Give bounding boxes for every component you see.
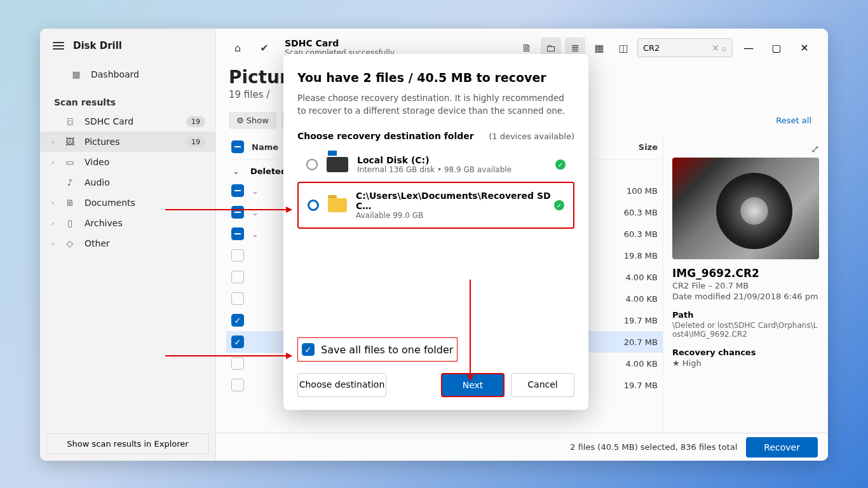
count-badge: 19 — [186, 116, 205, 127]
destination-sub: Internal 136 GB disk • 98.9 GB available — [357, 165, 512, 174]
reset-all-link[interactable]: Reset all — [776, 116, 815, 125]
path-label: Path — [672, 310, 819, 320]
sidebar-item-audio[interactable]: ♪ Audio — [40, 172, 215, 193]
selection-status: 2 files (40.5 MB) selected, 836 files to… — [570, 442, 737, 452]
video-icon: ▭ — [64, 157, 76, 167]
header-title: SDHC Card — [285, 38, 395, 48]
row-checkbox[interactable] — [231, 292, 244, 305]
sidebar-item-label: SDHC Card — [85, 116, 133, 126]
count-badge: 19 — [186, 137, 205, 147]
checkmark-icon: ✓ — [554, 200, 564, 210]
chevron-right-icon: › — [51, 138, 54, 146]
search-icon: ⌕ — [722, 43, 727, 53]
modal-description: Please choose recovery destination. It i… — [297, 92, 574, 117]
recover-button[interactable]: Recover — [746, 437, 818, 458]
row-checkbox[interactable] — [231, 249, 244, 262]
home-icon[interactable]: ⌂ — [227, 37, 248, 58]
cancel-button[interactable]: Cancel — [511, 373, 574, 397]
destination-title: Local Disk (C:) — [357, 155, 512, 165]
preview-filename: IMG_9692.CR2 — [672, 267, 819, 280]
audio-icon: ♪ — [64, 177, 76, 187]
sidebar-item-label: Pictures — [85, 137, 119, 147]
chevron-right-icon: › — [51, 240, 54, 248]
sd-card-icon: ⌼ — [64, 116, 76, 126]
select-all-checkbox[interactable] — [231, 140, 244, 153]
minimize-button[interactable]: — — [736, 37, 761, 58]
save-all-option[interactable]: ✓ Save all files to one folder — [297, 337, 458, 362]
hamburger-icon[interactable] — [53, 42, 64, 50]
sidebar-item-video[interactable]: › ▭ Video — [40, 152, 215, 172]
checkmark-icon: ✓ — [555, 159, 566, 170]
search-input[interactable]: × ⌕ — [637, 38, 733, 57]
grid-view-icon[interactable]: ▦ — [589, 37, 609, 58]
star-icon: ★ — [672, 358, 680, 368]
chevron-right-icon: › — [51, 219, 54, 227]
destination-label: Choose recovery destination folder — [297, 131, 474, 141]
sidebar-item-dashboard[interactable]: ▦ Dashboard — [45, 64, 210, 85]
section-label: Scan results — [40, 91, 215, 111]
radio-button[interactable] — [308, 200, 319, 211]
sidebar-item-documents[interactable]: › 🗎 Documents — [40, 193, 215, 213]
preview-image — [672, 158, 819, 259]
sidebar-item-label: Audio — [85, 177, 110, 187]
row-checkbox[interactable] — [231, 206, 244, 219]
search-field[interactable] — [643, 43, 709, 53]
maximize-button[interactable]: ▢ — [764, 37, 789, 58]
sidebar-item-label: Archives — [85, 218, 123, 228]
row-checkbox[interactable] — [231, 184, 244, 197]
check-icon[interactable]: ✔ — [254, 37, 275, 58]
close-button[interactable]: ✕ — [792, 37, 817, 58]
destination-recovered-folder[interactable]: C:\Users\Lex\Documents\Recovered SD C… A… — [297, 182, 574, 229]
row-checkbox[interactable] — [231, 357, 244, 370]
row-checkbox[interactable]: ✓ — [231, 314, 244, 327]
sidebar-item-label: Dashboard — [91, 69, 139, 79]
recovery-chances: High — [682, 358, 702, 368]
folder-icon — [328, 198, 347, 212]
show-filter-button[interactable]: ⚙ Show — [229, 112, 276, 129]
preview-path: \Deleted or lost\SDHC Card\Orphans\Lost4… — [672, 321, 819, 339]
popout-icon[interactable]: ⤢ — [811, 143, 819, 155]
document-icon: 🗎 — [64, 198, 76, 208]
chevron-right-icon: › — [51, 158, 54, 166]
dashboard-icon: ▦ — [71, 69, 82, 79]
row-checkbox[interactable] — [231, 227, 244, 240]
sidebar-item-archives[interactable]: › ▯ Archives — [40, 213, 215, 233]
app-window: Disk Drill ▦ Dashboard Scan results ⌼ SD… — [40, 29, 828, 461]
column-size[interactable]: Size — [607, 142, 658, 152]
panel-icon[interactable]: ◫ — [613, 37, 634, 58]
bottom-bar: 2 files (40.5 MB) selected, 836 files to… — [216, 433, 828, 461]
chances-label: Recovery chances — [672, 348, 819, 357]
disk-icon — [327, 157, 348, 172]
sidebar-item-other[interactable]: › ◇ Other — [40, 233, 215, 254]
next-button[interactable]: Next — [441, 373, 505, 397]
row-checkbox[interactable]: ✓ — [231, 336, 244, 348]
other-icon: ◇ — [64, 238, 76, 248]
preview-modified: Date modified 21/09/2018 6:46 pm — [672, 292, 819, 301]
chevron-right-icon: › — [51, 199, 54, 207]
preview-filetype: CR2 File – 20.7 MB — [672, 281, 819, 290]
archive-icon: ▯ — [64, 218, 76, 228]
devices-available: (1 devices available) — [489, 132, 574, 141]
sidebar-item-label: Video — [85, 157, 109, 167]
row-checkbox[interactable] — [231, 271, 244, 283]
save-all-label: Save all files to one folder — [321, 344, 453, 356]
recovery-destination-modal: You have 2 files / 40.5 MB to recover Pl… — [283, 54, 588, 410]
destination-local-disk[interactable]: Local Disk (C:) Internal 136 GB disk • 9… — [297, 147, 574, 182]
row-checkbox[interactable] — [231, 379, 244, 391]
clear-icon[interactable]: × — [712, 43, 719, 53]
sidebar-item-label: Documents — [85, 198, 135, 208]
sidebar-item-pictures[interactable]: › 🖼 Pictures 19 — [40, 132, 215, 152]
radio-button[interactable] — [306, 159, 318, 170]
sidebar-item-label: Other — [85, 238, 110, 248]
app-title: Disk Drill — [73, 40, 122, 51]
save-all-checkbox[interactable]: ✓ — [302, 343, 315, 356]
modal-title: You have 2 files / 40.5 MB to recover — [297, 71, 574, 85]
preview-pane: ⤢ IMG_9692.CR2 CR2 File – 20.7 MB Date m… — [663, 134, 828, 433]
choose-destination-button[interactable]: Choose destination — [297, 373, 386, 397]
sidebar: Disk Drill ▦ Dashboard Scan results ⌼ SD… — [40, 29, 216, 461]
picture-icon: 🖼 — [64, 137, 76, 147]
sidebar-item-sdhc-card[interactable]: ⌼ SDHC Card 19 — [40, 111, 215, 132]
destination-sub: Available 99.0 GB — [356, 211, 564, 220]
show-in-explorer-button[interactable]: Show scan results in Explorer — [46, 433, 209, 454]
destination-title: C:\Users\Lex\Documents\Recovered SD C… — [356, 191, 564, 211]
